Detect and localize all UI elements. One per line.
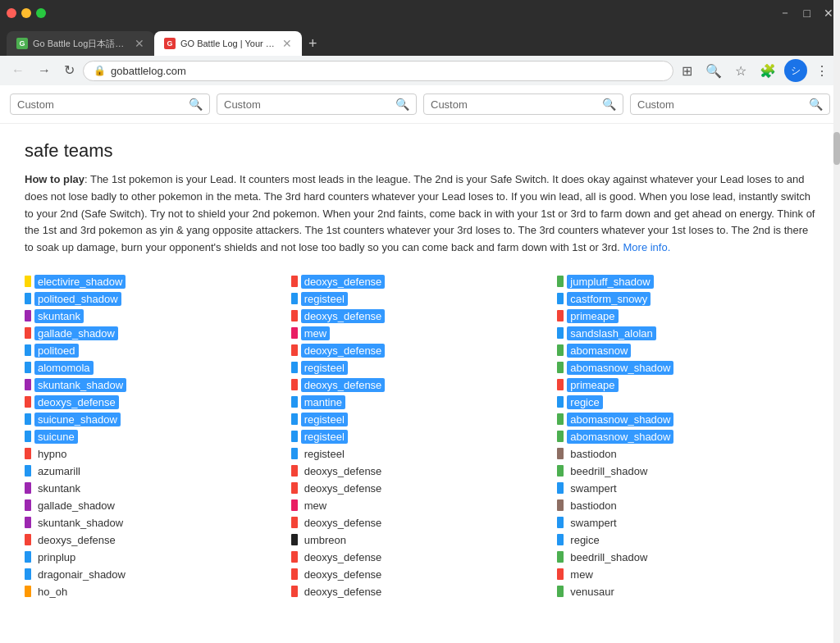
pokemon-name[interactable]: registeel — [301, 430, 348, 444]
pokemon-name[interactable]: mew — [301, 326, 330, 340]
pokemon-name[interactable]: primeape — [567, 309, 618, 323]
pokemon-name[interactable]: abomasnow_shadow — [567, 413, 673, 426]
close-icon[interactable]: ✕ — [824, 7, 833, 20]
pokemon-name[interactable]: deoxys_defense — [301, 344, 386, 358]
pokemon-name[interactable]: abomasnow_shadow — [567, 361, 673, 375]
search-box-3[interactable]: 🔍 — [423, 93, 623, 115]
pokemon-name: deoxys_defense — [301, 481, 386, 495]
pokemon-color-dot — [25, 448, 31, 459]
pokemon-color-dot — [557, 293, 564, 304]
pokemon-name[interactable]: deoxys_defense — [301, 275, 386, 289]
search-icon-3[interactable]: 🔍 — [602, 98, 616, 111]
window-close-btn[interactable] — [7, 8, 16, 18]
pokemon-name[interactable]: regice — [567, 395, 602, 409]
pokemon-row: regice — [557, 394, 815, 411]
tab1-close[interactable]: ✕ — [135, 37, 144, 50]
search-icon-1[interactable]: 🔍 — [189, 98, 203, 111]
back-button[interactable]: ← — [7, 61, 30, 80]
pokemon-name[interactable]: deoxys_defense — [301, 378, 386, 392]
pokemon-color-dot — [557, 379, 564, 390]
tab2-close[interactable]: ✕ — [282, 37, 292, 50]
pokemon-name: skuntank_shadow — [34, 516, 126, 530]
pokemon-name[interactable]: skuntank_shadow — [34, 378, 126, 392]
tab1-favicon: G — [16, 38, 28, 49]
pokemon-color-dot — [557, 362, 564, 373]
search-btn[interactable]: 🔍 — [701, 60, 727, 82]
pokemon-row: dragonair_shadow — [25, 566, 283, 583]
extensions-button[interactable]: 🧩 — [755, 60, 781, 82]
forward-button[interactable]: → — [33, 61, 56, 80]
minimize-icon[interactable]: － — [779, 6, 791, 21]
pokemon-color-dot — [25, 362, 31, 373]
pokemon-name[interactable]: jumpluff_shadow — [567, 275, 653, 289]
refresh-button[interactable]: ↻ — [59, 61, 80, 80]
pokemon-name[interactable]: mantine — [301, 395, 345, 409]
new-tab-button[interactable]: + — [302, 32, 324, 56]
pokemon-name[interactable]: skuntank — [34, 309, 84, 323]
profile-button[interactable]: シ — [784, 59, 807, 82]
pokemon-name[interactable]: suicune_shadow — [34, 413, 121, 426]
address-bar[interactable]: 🔒 gobattlelog.com — [83, 61, 673, 81]
how-to-play-text: How to play: The 1st pokemon is your Lea… — [25, 171, 815, 257]
pokemon-color-dot — [25, 276, 31, 287]
pokemon-name: mew — [301, 499, 330, 513]
pokemon-name[interactable]: electivire_shadow — [34, 275, 126, 289]
maximize-icon[interactable]: □ — [804, 7, 810, 20]
menu-button[interactable]: ⋮ — [810, 60, 833, 82]
search-input-3[interactable] — [431, 98, 599, 111]
pokemon-name: beedrill_shadow — [567, 464, 651, 478]
search-input-4[interactable] — [637, 98, 806, 111]
pokemon-name[interactable]: registeel — [301, 292, 348, 306]
search-input-1[interactable] — [17, 98, 185, 111]
search-box-4[interactable]: 🔍 — [630, 93, 830, 115]
pokemon-name: ho_oh — [34, 585, 71, 599]
pokemon-color-dot — [25, 551, 31, 563]
tabs-bar: G Go Battle Log日本語コンバーター ✕ G GO Battle L… — [0, 26, 840, 56]
translate-button[interactable]: ⊞ — [677, 60, 697, 82]
pokemon-row: deoxys_defense — [291, 583, 550, 600]
pokemon-name: deoxys_defense — [301, 550, 386, 564]
pokemon-name[interactable]: sandslash_alolan — [567, 326, 655, 340]
search-box-2[interactable]: 🔍 — [217, 93, 417, 115]
pokemon-name[interactable]: gallade_shadow — [34, 326, 118, 340]
tab1-title: Go Battle Log日本語コンバーター — [33, 38, 130, 50]
pokemon-name: swampert — [567, 481, 619, 495]
window-max-btn[interactable] — [36, 8, 46, 18]
pokemon-name[interactable]: deoxys_defense — [301, 309, 386, 323]
pokemon-name[interactable]: abomasnow_shadow — [567, 430, 673, 444]
search-box-1[interactable]: 🔍 — [10, 93, 210, 115]
pokemon-color-dot — [557, 551, 564, 563]
pokemon-color-dot — [291, 362, 298, 373]
pokemon-name: regice — [567, 533, 602, 547]
pokemon-row: electivire_shadow — [25, 273, 283, 290]
pokemon-name: bastiodon — [567, 499, 619, 513]
bookmark-button[interactable]: ☆ — [730, 60, 751, 82]
search-input-2[interactable] — [224, 98, 392, 111]
search-icon-2[interactable]: 🔍 — [395, 98, 409, 111]
pokemon-name: dragonair_shadow — [34, 568, 129, 581]
pokemon-name[interactable]: registeel — [301, 361, 348, 375]
pokemon-name: swampert — [567, 516, 619, 530]
pokemon-name[interactable]: abomasnow — [567, 344, 631, 358]
pokemon-name[interactable]: deoxys_defense — [34, 395, 119, 409]
tab-2[interactable]: G GO Battle Log | Your Personal Ba... ✕ — [154, 31, 302, 56]
scrollbar-thumb[interactable] — [833, 132, 840, 165]
pokemon-row: venusaur — [557, 583, 815, 600]
search-icon-4[interactable]: 🔍 — [809, 98, 823, 111]
window-min-btn[interactable] — [21, 8, 31, 18]
pokemon-name[interactable]: registeel — [301, 413, 348, 426]
pokemon-row: deoxys_defense — [291, 566, 550, 583]
scrollbar[interactable] — [833, 0, 840, 643]
pokemon-name[interactable]: alomomola — [34, 361, 94, 375]
pokemon-name[interactable]: politoed_shadow — [34, 292, 121, 306]
pokemon-name[interactable]: suicune — [34, 430, 78, 444]
pokemon-row: deoxys_defense — [291, 549, 550, 566]
pokemon-color-dot — [557, 276, 564, 287]
pokemon-name[interactable]: castform_snowy — [567, 292, 651, 306]
more-info-link[interactable]: More info. — [623, 241, 671, 253]
pokemon-name[interactable]: politoed — [34, 344, 79, 358]
pokemon-color-dot — [25, 310, 31, 322]
pokemon-color-dot — [25, 293, 31, 304]
pokemon-name[interactable]: primeape — [567, 378, 618, 392]
tab-1[interactable]: G Go Battle Log日本語コンバーター ✕ — [7, 31, 154, 56]
